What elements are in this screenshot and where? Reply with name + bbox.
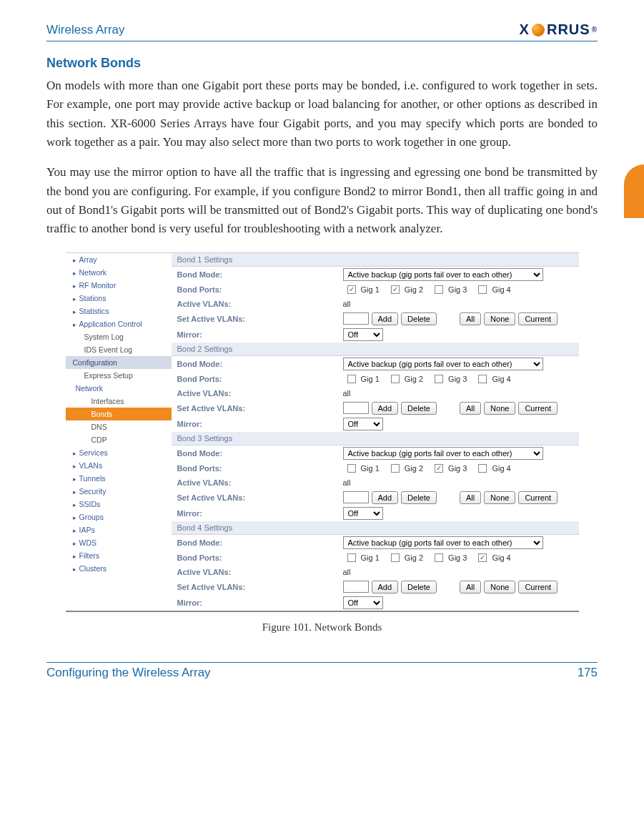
gig-2-checkbox[interactable] [391,553,400,562]
sidebar-item-ids-event-log[interactable]: IDS Event Log [66,343,172,356]
gig-4-checkbox[interactable] [478,553,487,562]
add-button[interactable]: Add [372,402,399,415]
sidebar-item-interfaces[interactable]: Interfaces [66,395,172,408]
gig-1-checkbox[interactable] [347,464,356,473]
thumb-index-tab [624,164,644,218]
delete-button[interactable]: Delete [401,402,437,415]
sidebar-item-vlans[interactable]: VLANs [66,459,172,472]
sidebar-item-bonds[interactable]: Bonds [66,408,172,420]
sidebar-item-iaps[interactable]: IAPs [66,523,172,536]
vlan-input[interactable] [343,491,369,503]
logo-dot-icon [532,24,545,36]
bond-ports-label: Bond Ports: [172,464,343,473]
gig-4-checkbox[interactable] [478,375,487,383]
gig-4-checkbox[interactable] [478,464,487,473]
bond-mode-label: Bond Mode: [172,360,343,368]
bond-ports-label: Bond Ports: [172,375,343,383]
sidebar-item-stations[interactable]: Stations [66,292,172,305]
sidebar-item-groups[interactable]: Groups [66,511,172,523]
active-vlans-label: Active VLANs: [172,300,343,308]
add-button[interactable]: Add [372,312,399,325]
footer-section: Configuring the Wireless Array [46,666,211,680]
delete-button[interactable]: Delete [401,491,437,504]
vlan-input[interactable] [343,312,369,325]
none-button[interactable]: None [484,312,515,325]
gig-3-checkbox[interactable] [435,553,443,562]
sidebar-item-dns[interactable]: DNS [66,420,172,433]
current-button[interactable]: Current [518,312,558,325]
gig-2-checkbox[interactable] [391,464,400,473]
sidebar-item-statistics[interactable]: Statistics [66,305,172,317]
sidebar-item-clusters[interactable]: Clusters [66,562,172,575]
sidebar-item-configuration[interactable]: Configuration [66,356,172,369]
sidebar-item-system-log[interactable]: System Log [66,330,172,343]
all-button[interactable]: All [460,581,481,593]
sidebar-item-network[interactable]: Network [66,266,172,279]
all-button[interactable]: All [460,491,481,504]
sidebar-item-cdp[interactable]: CDP [66,433,172,446]
none-button[interactable]: None [484,491,515,504]
body-paragraph-1: On models with more than one Gigabit por… [46,77,598,152]
sidebar-item-tunnels[interactable]: Tunnels [66,472,172,485]
bond-ports-label: Bond Ports: [172,285,343,294]
sidebar-item-filters[interactable]: Filters [66,549,172,562]
active-vlans-value: all [343,389,351,398]
gig-1-checkbox[interactable] [347,285,356,294]
vlan-input[interactable] [343,402,369,414]
active-vlans-value: all [343,300,351,308]
gig-3-label: Gig 3 [448,464,467,473]
none-button[interactable]: None [484,402,515,415]
gig-1-label: Gig 1 [361,553,380,562]
sidebar-item-application-control[interactable]: Application Control [66,317,172,330]
bond-mode-label: Bond Mode: [172,449,343,458]
active-vlans-value: all [343,478,351,487]
bond-mode-select[interactable]: Active backup (gig ports fail over to ea… [343,268,543,281]
gig-2-label: Gig 2 [405,553,423,562]
mirror-label: Mirror: [172,598,343,607]
sidebar-item-services[interactable]: Services [66,446,172,459]
sidebar-item-express-setup[interactable]: Express Setup [66,369,172,382]
delete-button[interactable]: Delete [401,581,437,593]
figure-screenshot: ArrayNetworkRF MonitorStationsStatistics… [65,252,580,613]
gig-2-checkbox[interactable] [391,375,400,383]
mirror-select[interactable]: Off [343,596,383,609]
set-active-vlans-label: Set Active VLANs: [172,404,343,413]
vlan-input[interactable] [343,581,369,593]
none-button[interactable]: None [484,581,515,593]
sidebar-item-network[interactable]: Network [66,382,172,395]
bond-mode-select[interactable]: Active backup (gig ports fail over to ea… [343,358,543,370]
config-sidebar: ArrayNetworkRF MonitorStationsStatistics… [66,252,172,611]
bond-mode-label: Bond Mode: [172,270,343,279]
current-button[interactable]: Current [518,581,558,593]
sidebar-item-security[interactable]: Security [66,485,172,498]
all-button[interactable]: All [460,312,481,325]
bond-mode-select[interactable]: Active backup (gig ports fail over to ea… [343,447,543,460]
gig-4-checkbox[interactable] [478,285,487,294]
gig-4-label: Gig 4 [492,553,510,562]
gig-1-checkbox[interactable] [347,375,356,383]
delete-button[interactable]: Delete [401,312,437,325]
gig-2-label: Gig 2 [405,285,423,294]
gig-4-label: Gig 4 [492,285,510,294]
bond-mode-select[interactable]: Active backup (gig ports fail over to ea… [343,536,543,549]
all-button[interactable]: All [460,402,481,415]
sidebar-item-rf-monitor[interactable]: RF Monitor [66,279,172,292]
gig-1-checkbox[interactable] [347,553,356,562]
current-button[interactable]: Current [518,402,558,415]
gig-2-checkbox[interactable] [391,285,400,294]
add-button[interactable]: Add [372,581,399,593]
gig-3-checkbox[interactable] [435,464,443,473]
set-active-vlans-label: Set Active VLANs: [172,315,343,323]
active-vlans-label: Active VLANs: [172,478,343,487]
mirror-select[interactable]: Off [343,328,383,341]
gig-3-checkbox[interactable] [435,285,443,294]
sidebar-item-ssids[interactable]: SSIDs [66,498,172,511]
current-button[interactable]: Current [518,491,558,504]
add-button[interactable]: Add [372,491,399,504]
mirror-select[interactable]: Off [343,418,383,430]
mirror-label: Mirror: [172,420,343,428]
sidebar-item-wds[interactable]: WDS [66,536,172,549]
mirror-select[interactable]: Off [343,507,383,520]
gig-3-checkbox[interactable] [435,375,443,383]
sidebar-item-array[interactable]: Array [66,253,172,266]
